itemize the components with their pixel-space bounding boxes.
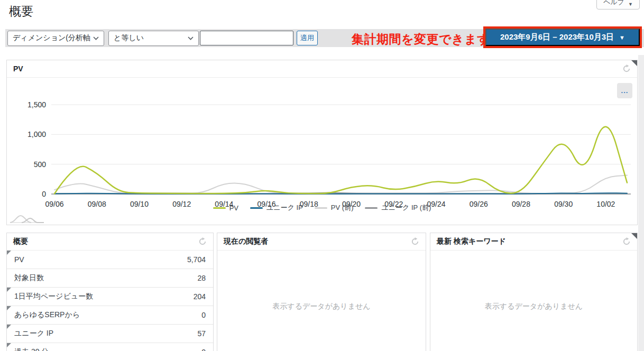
legend-swatch-icon [250, 207, 263, 209]
summary-panel-title: 概要 [13, 237, 28, 246]
help-button[interactable]: ヘルプ ▼ [596, 0, 640, 10]
filter-bar: ディメンション(分析軸 と等しい 適用 集計期間を変更できます → 2023年9… [5, 29, 644, 47]
metric-value: 0 [201, 311, 206, 319]
metric-label: ユニーク IP [14, 329, 53, 338]
refresh-icon[interactable] [411, 237, 419, 246]
pv-line-chart: 05001,0001,50009/0609/0809/1009/1209/140… [7, 78, 637, 211]
table-row: 対象日数28 [7, 269, 213, 288]
refresh-icon[interactable] [198, 237, 207, 246]
legend-swatch-icon [213, 207, 226, 209]
legend-swatch-icon [365, 207, 378, 209]
legend-item[interactable]: ユニーク IP (前) [365, 203, 431, 213]
operator-select-value: と等しい [114, 33, 144, 43]
visitors-panel-header: 現在の閲覧者 [217, 233, 426, 251]
svg-text:1,500: 1,500 [27, 100, 46, 109]
metric-label: 対象日数 [14, 273, 44, 283]
metric-value: 28 [197, 274, 206, 282]
metric-value: 0 [201, 348, 206, 351]
keywords-panel-title: 最新 検索キーワード [437, 237, 506, 246]
row-tooltip-marker-icon [7, 343, 11, 347]
dimension-select-value: ディメンション(分析軸 [13, 33, 90, 43]
legend-swatch-icon [315, 207, 327, 209]
legend-item[interactable]: ユニーク IP [250, 203, 303, 213]
chevron-down-icon: ▼ [628, 2, 633, 7]
legend-item[interactable]: PV (前) [315, 203, 354, 213]
metric-label: PV [14, 255, 24, 264]
apply-filter-button[interactable]: 適用 [297, 31, 318, 45]
refresh-icon[interactable] [622, 64, 631, 73]
metric-value: 5,704 [187, 255, 206, 264]
chart-brush-sparkline-icon[interactable] [9, 214, 46, 224]
chevron-down-icon: ▼ [619, 34, 625, 41]
pv-chart-panel: PV ... 05001,0001,50009/0609/0809/1009/1… [6, 60, 638, 225]
svg-text:0: 0 [42, 190, 46, 198]
date-range-label: 2023年9月6日 – 2023年10月3日 [500, 32, 614, 42]
empty-state-message: 表示するデータがありません [430, 302, 637, 311]
metric-label: あらゆるSERPから [14, 310, 80, 320]
visitors-panel-title: 現在の閲覧者 [224, 237, 268, 246]
legend-item[interactable]: PV [213, 204, 238, 212]
legend-label: PV [229, 204, 238, 212]
keywords-panel-header: 最新 検索キーワード [430, 233, 637, 251]
metric-value: 204 [194, 292, 206, 301]
summary-panel: 概要 PV5,704対象日数281日平均ページビュー数204あらゆるSERPから… [6, 233, 214, 351]
table-row: あらゆるSERPから0 [7, 306, 213, 325]
pv-panel-header: PV [7, 60, 637, 78]
slimstat-overview-page: 概要 ヘルプ ▼ ディメンション(分析軸 と等しい 適用 集計期間を変更できます… [0, 0, 644, 351]
table-row: PV5,704 [7, 251, 213, 269]
row-tooltip-marker-icon [7, 306, 11, 310]
refresh-icon[interactable] [622, 237, 631, 246]
operator-select[interactable]: と等しい [108, 31, 199, 46]
date-range-highlight-box: 2023年9月6日 – 2023年10月3日 ▼ [483, 26, 642, 48]
legend-label: ユニーク IP (前) [381, 203, 431, 213]
metric-value: 57 [197, 329, 206, 338]
page-title: 概要 [9, 3, 33, 20]
table-row: 過去 30 分0 [7, 343, 213, 351]
summary-rows: PV5,704対象日数281日平均ページビュー数204あらゆるSERPから0ユニ… [7, 251, 213, 351]
empty-state-message: 表示するデータがありません [217, 302, 426, 311]
metric-label: 1日平均ページビュー数 [14, 292, 93, 301]
scrollbar-gutter[interactable] [638, 55, 644, 351]
chart-legend: PVユニーク IPPV (前)ユニーク IP (前) [7, 203, 637, 213]
legend-label: PV (前) [331, 203, 354, 213]
row-tooltip-marker-icon [7, 288, 11, 292]
svg-text:500: 500 [34, 160, 47, 169]
table-row: ユニーク IP57 [7, 325, 213, 343]
filter-value-input[interactable] [200, 31, 293, 45]
search-keywords-panel: 最新 検索キーワード 表示するデータがありません [430, 233, 638, 351]
dimension-select[interactable]: ディメンション(分析軸 [7, 31, 104, 46]
row-tooltip-marker-icon [7, 325, 11, 329]
summary-panel-header: 概要 [7, 233, 213, 251]
row-tooltip-marker-icon [7, 251, 11, 255]
metric-label: 過去 30 分 [14, 347, 49, 351]
chevron-down-icon [93, 36, 99, 40]
table-row: 1日平均ページビュー数204 [7, 288, 213, 306]
help-button-label: ヘルプ [603, 0, 624, 7]
legend-label: ユニーク IP [266, 203, 303, 213]
svg-text:1,000: 1,000 [27, 130, 46, 138]
current-visitors-panel: 現在の閲覧者 表示するデータがありません [217, 233, 426, 351]
annotation-change-period: 集計期間を変更できます → [352, 31, 506, 48]
chevron-down-icon [188, 36, 194, 40]
date-range-button[interactable]: 2023年9月6日 – 2023年10月3日 ▼ [485, 29, 640, 46]
pv-panel-title: PV [13, 64, 23, 73]
